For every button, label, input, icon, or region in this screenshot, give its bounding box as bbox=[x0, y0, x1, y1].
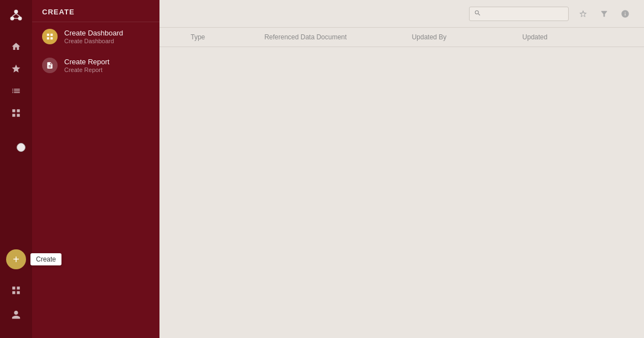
create-dashboard-title: Create Dashboard bbox=[64, 29, 123, 37]
create-dropdown-panel: CREATE Create Dashboard Create Dashboard… bbox=[32, 0, 159, 338]
create-report-title: Create Report bbox=[64, 58, 110, 66]
create-dashboard-text: Create Dashboard Create Dashboard bbox=[64, 29, 123, 44]
favorites-icon[interactable] bbox=[6, 59, 26, 79]
svg-line-3 bbox=[12, 14, 16, 17]
col-header-referenced: Referenced Data Document bbox=[264, 33, 411, 41]
search-box[interactable] bbox=[469, 7, 569, 21]
svg-point-0 bbox=[14, 10, 18, 14]
user-icon[interactable] bbox=[6, 305, 26, 325]
list-icon[interactable] bbox=[6, 81, 26, 101]
grid-icon[interactable] bbox=[6, 280, 26, 300]
filter-icon[interactable] bbox=[596, 6, 612, 22]
create-button-wrapper: + Create bbox=[6, 249, 26, 269]
search-input[interactable] bbox=[485, 10, 564, 18]
sidebar: + Create bbox=[0, 0, 32, 338]
report-item-icon bbox=[42, 58, 58, 73]
dashboards-nav-icon[interactable] bbox=[6, 103, 26, 123]
svg-line-4 bbox=[16, 14, 20, 17]
create-dashboard-subtitle: Create Dashboard bbox=[64, 38, 123, 44]
header-actions bbox=[575, 6, 633, 22]
create-button[interactable]: + bbox=[6, 249, 26, 269]
wyn-logo[interactable] bbox=[6, 6, 26, 25]
home-icon[interactable] bbox=[6, 37, 26, 57]
search-icon bbox=[474, 9, 481, 18]
col-header-updated: Updated bbox=[522, 33, 633, 41]
col-header-type: Type bbox=[190, 33, 264, 41]
dashboard-item-icon bbox=[42, 29, 58, 44]
favorites-action-icon[interactable] bbox=[575, 6, 591, 22]
create-report-subtitle: Create Report bbox=[64, 66, 110, 73]
create-report-text: Create Report Create Report bbox=[64, 58, 110, 73]
sidebar-bottom bbox=[6, 280, 26, 327]
col-header-updated-by: Updated By bbox=[412, 33, 523, 41]
info-icon[interactable] bbox=[617, 6, 633, 22]
create-report-item[interactable]: Create Report Create Report bbox=[32, 51, 159, 80]
create-tooltip: Create bbox=[30, 253, 61, 265]
create-dashboard-item[interactable]: Create Dashboard Create Dashboard bbox=[32, 22, 159, 51]
dropdown-header: CREATE bbox=[32, 0, 159, 22]
